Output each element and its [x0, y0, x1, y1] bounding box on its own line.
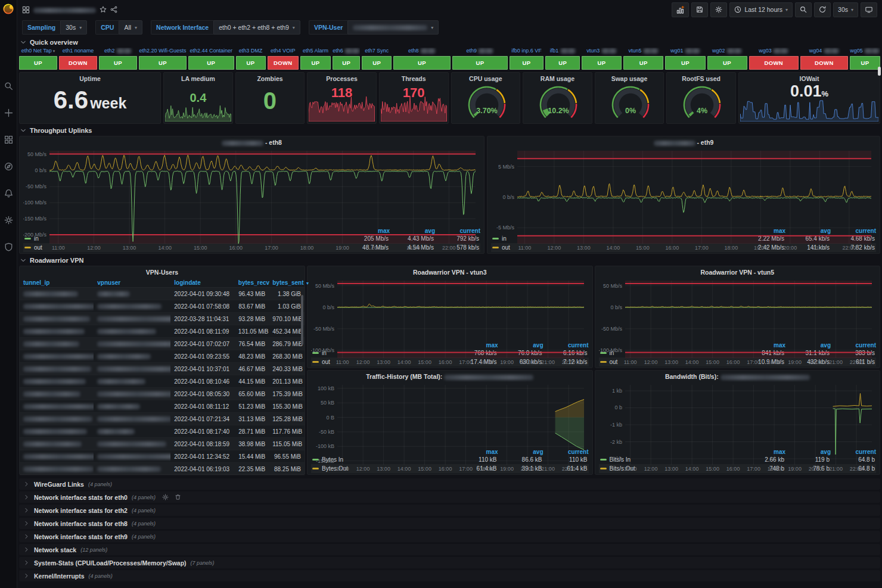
time-series-plot[interactable]: 11:0012:0013:0014:0015:0016:0017:0018:00…	[311, 382, 589, 448]
column-header-tunnel_ip[interactable]: tunnel_ip	[20, 278, 94, 288]
status-badge-up[interactable]: UP	[665, 56, 705, 70]
status-badge-up[interactable]: UP	[188, 56, 234, 70]
time-series-plot[interactable]: 11:0012:0013:0014:0015:0016:0017:0018:00…	[599, 278, 877, 341]
page-scrollbar-thumb[interactable]	[878, 67, 881, 76]
cycle-view-button[interactable]	[861, 2, 877, 17]
time-series-plot[interactable]: 11:0012:0013:0014:0015:0016:0017:0018:00…	[599, 382, 877, 448]
refresh-button[interactable]	[814, 2, 831, 17]
status-badge-down[interactable]: DOWN	[268, 56, 299, 70]
status-badge-down[interactable]: DOWN	[800, 56, 848, 70]
tile-link-label[interactable]: eth3 DMZ	[236, 48, 266, 56]
table-row[interactable]: 2022-04-01 09:23:5548.23 MiB268.30 MiB	[20, 350, 305, 363]
tile-link-label[interactable]: eth6	[333, 48, 360, 56]
status-badge-up[interactable]: UP	[333, 56, 360, 70]
time-series-plot[interactable]: 11:0012:0013:0014:0015:0016:0017:0018:00…	[311, 278, 589, 341]
collapsed-row-system-stats-cpu-load-processes-memory-swap-[interactable]: System-Stats (CPU/Load/Processes/Memory/…	[19, 557, 880, 568]
tile-link-label[interactable]: eth2.20 Wifi-Guests	[139, 48, 187, 56]
sidebar-item-create[interactable]	[4, 108, 13, 119]
tile-link-label[interactable]: wg04	[800, 48, 848, 56]
status-badge-up[interactable]: UP	[510, 56, 544, 70]
table-row[interactable]: 2022-04-01 08:05:3065.60 MiB175.39 MiB	[20, 388, 305, 400]
collapsed-row-network-interface-stats-for-eth0[interactable]: Network interface stats for eth0(4 panel…	[19, 491, 880, 503]
sidebar-item-server-admin[interactable]	[4, 242, 13, 253]
status-badge-up[interactable]: UP	[545, 56, 580, 70]
tile-link-label[interactable]: eth9	[452, 48, 508, 56]
status-badge-up[interactable]: UP	[850, 56, 880, 70]
sidebar-item-search[interactable]	[4, 82, 13, 92]
tile-link-label[interactable]: eth2	[99, 48, 137, 56]
status-badge-up[interactable]: UP	[393, 56, 451, 70]
column-header-bytes_recv[interactable]: bytes_recv	[235, 278, 269, 288]
status-badge-up[interactable]: UP	[300, 56, 331, 70]
sidebar-item-explore[interactable]	[4, 162, 13, 172]
collapsed-row-kernel-interrupts[interactable]: Kernel/Interrupts(4 panels)	[19, 570, 880, 581]
tile-link-label[interactable]: vtun3	[582, 48, 622, 56]
table-scrollbar-thumb[interactable]	[301, 295, 303, 345]
tile-link-label[interactable]: eth4 VOIP	[268, 48, 299, 56]
dashboard-settings-button[interactable]	[710, 2, 727, 17]
save-dashboard-button[interactable]	[691, 2, 708, 17]
table-row[interactable]: 2022-04-01 07:58:0883.67 MiB1.03 GiB	[20, 300, 305, 313]
status-badge-up[interactable]: UP	[582, 56, 622, 70]
tile-link-label[interactable]: eth7 Sync	[362, 48, 392, 56]
refresh-interval-select[interactable]: 30s▾	[833, 2, 858, 17]
status-badge-up[interactable]: UP	[99, 56, 137, 70]
table-row[interactable]: 2022-04-01 08:17:4028.71 MiB117.76 MiB	[20, 425, 305, 438]
tile-link-label[interactable]: ifb0 inp.6 VF	[510, 48, 544, 56]
tile-link-label[interactable]: eth0 Net Tap▾	[19, 48, 57, 56]
status-badge-up[interactable]: UP	[139, 56, 187, 70]
time-range-button[interactable]: Last 12 hours▾	[729, 2, 793, 17]
table-row[interactable]: 2022-03-28 11:04:3193.28 MiB970.10 MiB	[20, 313, 305, 325]
dashboard-title[interactable]	[33, 6, 96, 13]
table-row[interactable]: 2022-04-01 09:30:4896.43 MiB1.38 GiB	[20, 288, 305, 300]
section-header-quick-overview[interactable]: Quick overview	[20, 39, 880, 46]
tile-link-label[interactable]: eth5 Alarm	[300, 48, 331, 56]
variable-value-dropdown[interactable]: 30s▾	[60, 20, 87, 35]
zoom-out-button[interactable]	[795, 2, 812, 17]
collapsed-row-network-interface-stats-for-eth2[interactable]: Network interface stats for eth2(4 panel…	[19, 505, 880, 516]
dashboards-grid-icon[interactable]	[22, 6, 30, 14]
tile-link-label[interactable]: wg03	[749, 48, 799, 56]
share-icon[interactable]	[110, 6, 117, 13]
status-badge-up[interactable]: UP	[19, 56, 57, 70]
add-panel-button[interactable]	[672, 2, 689, 17]
table-row[interactable]: 2022-04-01 08:11:1251.23 MiB155.30 MiB	[20, 400, 305, 413]
variable-value-dropdown[interactable]: eth0 + eth2 + eth8 + eth9▾	[213, 20, 300, 35]
status-badge-up[interactable]: UP	[452, 56, 508, 70]
table-row[interactable]: 2022-04-01 08:10:4644.15 MiB201.13 MiB	[20, 375, 305, 388]
status-badge-up[interactable]: UP	[236, 56, 266, 70]
tile-link-label[interactable]: wg05	[850, 48, 880, 56]
tile-link-label[interactable]: wg01	[665, 48, 705, 56]
status-badge-up[interactable]: UP	[362, 56, 392, 70]
sidebar-item-dashboards[interactable]	[4, 135, 13, 145]
star-icon[interactable]	[100, 6, 107, 13]
tile-link-label[interactable]: ifb1	[545, 48, 580, 56]
variable-value-dropdown[interactable]: All▾	[119, 20, 142, 35]
table-row[interactable]: 2022-04-01 12:34:5215.44 MiB96.55 MiB	[20, 450, 305, 463]
table-row[interactable]: 2022-04-01 07:02:0776.54 MiB286.79 MiB	[20, 338, 305, 350]
time-series-plot[interactable]: 11:0012:0013:0014:0015:0016:0017:0018:00…	[491, 148, 876, 227]
table-row[interactable]: 2022-04-01 10:37:0146.67 MiB240.33 MiB	[20, 363, 305, 375]
collapsed-row-network-stack[interactable]: Network stack(12 panels)	[19, 544, 880, 555]
grafana-logo-icon[interactable]	[2, 3, 14, 16]
tile-link-label[interactable]: eth1 noname	[59, 48, 97, 56]
sidebar-item-configuration[interactable]	[4, 216, 13, 226]
sidebar-item-alerting[interactable]	[4, 189, 13, 199]
time-series-plot[interactable]: 11:0012:0013:0014:0015:0016:0017:0018:00…	[23, 148, 480, 227]
status-badge-up[interactable]: UP	[707, 56, 747, 70]
variable-value-dropdown[interactable]: ▾	[347, 20, 439, 35]
section-header-roadwarrior[interactable]: Roadwarrior VPN	[20, 257, 880, 264]
section-header-throughput[interactable]: Throughput Uplinks	[20, 127, 880, 134]
table-row[interactable]: 2022-04-01 08:11:09131.05 MiB452.34 MiB	[20, 325, 305, 338]
trash-icon[interactable]	[175, 494, 181, 500]
status-badge-up[interactable]: UP	[623, 56, 663, 70]
gear-icon[interactable]	[162, 494, 169, 500]
status-badge-down[interactable]: DOWN	[749, 56, 799, 70]
table-row[interactable]: 2022-04-01 06:19:0322.35 MiB88.25 MiB	[20, 463, 305, 475]
table-row[interactable]: 2022-04-01 08:18:5938.98 MiB115.05 MiB	[20, 438, 305, 450]
column-header-bytes_sent[interactable]: bytes_sent▼	[269, 278, 305, 288]
column-header-vpnuser[interactable]: vpnuser	[94, 278, 170, 288]
tile-link-label[interactable]: wg02	[707, 48, 747, 56]
tile-link-label[interactable]: eth8	[393, 48, 451, 56]
collapsed-row-wireguard-links[interactable]: WireGuard Links(4 panels)	[19, 478, 880, 490]
